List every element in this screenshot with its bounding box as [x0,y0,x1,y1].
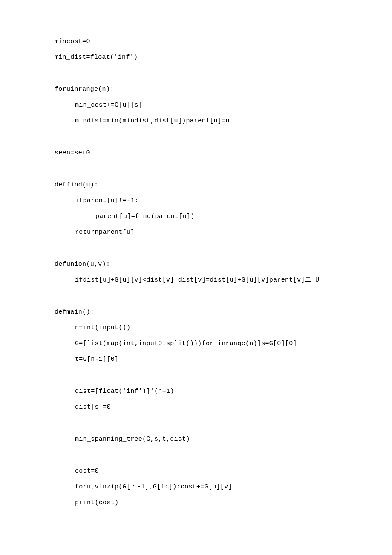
code-line: ifdist[u]+G[u][v]<dist[v]:dist[v]=dist[u… [55,277,392,283]
code-line: mincost=0 [55,38,392,45]
blank-line [55,134,392,143]
code-document: mincost=0 min_dist=float('inf') foruinra… [0,0,392,506]
code-line: dist[s]=0 [55,404,392,410]
code-line: defunion(u,v): [55,261,392,267]
blank-line [55,293,392,302]
code-line: min_cost+=G[u][s] [55,102,392,108]
code-line: t=G[n-1][0] [55,356,392,363]
code-line: dist=[float('inf')]*(n+1) [55,388,392,395]
blank-line [55,452,392,461]
code-line: min_spanning_tree(G,s,t,dist) [55,436,392,442]
blank-line [55,420,392,429]
code-line: n=int(input()) [55,325,392,331]
code-line: parent[u]=find(parent[u]) [55,213,392,220]
code-line: cost=0 [55,468,392,474]
code-line: min_dist=float('inf') [55,54,392,61]
code-line: ifparent[u]!=-1: [55,198,392,204]
code-line: foruinrange(n): [55,86,392,93]
code-line: foru,vinzip(G[：-1],G[1:]):cost+=G[u][v] [55,484,392,490]
blank-line [55,245,392,254]
code-line: G=[list(map(int,input0.split()))for_inra… [55,340,392,347]
blank-line [55,166,392,175]
code-line: print(cost) [55,500,392,506]
blank-line [55,372,392,381]
code-line: mindist=min(mindist,dist[u])parent[u]=u [55,118,392,124]
code-line: defmain(): [55,309,392,315]
code-line: seen=set0 [55,150,392,156]
code-line: deffind(u): [55,182,392,188]
code-line: returnparent[u] [55,229,392,235]
blank-line [55,70,392,79]
